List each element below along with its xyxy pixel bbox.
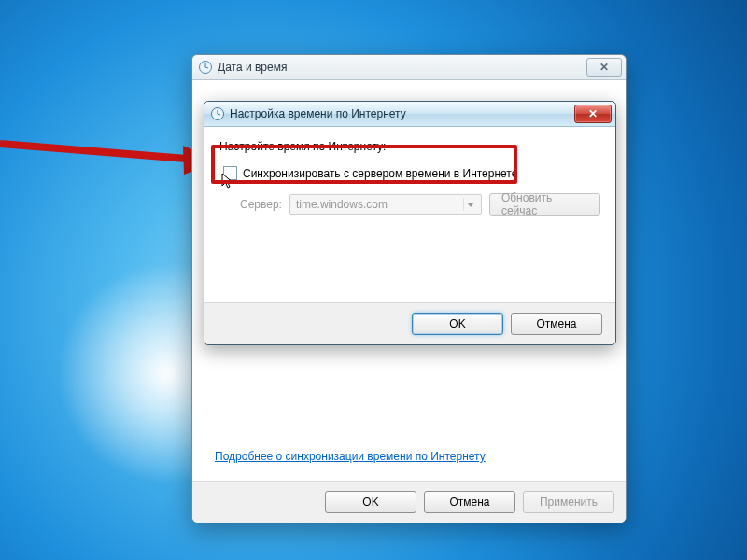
window-title: Дата и время [218,61,586,74]
clock-icon [198,60,213,75]
svg-line-0 [0,144,187,159]
server-label: Сервер: [240,198,282,211]
prompt-text: Настройте время по Интернету: [219,140,600,153]
server-value: time.windows.com [296,198,388,211]
dialog-internet-time-settings: Настройка времени по Интернету ✕ Настрой… [204,101,616,345]
dialog-title: Настройка времени по Интернету [230,107,574,120]
sync-checkbox[interactable] [223,166,237,180]
ok-button[interactable]: OK [325,491,416,513]
server-row: Сервер: time.windows.com Обновить сейчас [219,193,600,216]
server-combobox: time.windows.com [289,194,482,215]
close-button[interactable]: ✕ [574,105,612,123]
desktop-background: Дата и время ✕ Подробнее о синхронизации… [0,0,747,560]
cancel-button[interactable]: Отмена [511,313,602,335]
update-now-button: Обновить сейчас [489,193,600,216]
close-icon: ✕ [599,62,609,73]
cancel-button[interactable]: Отмена [424,491,515,513]
help-link-sync[interactable]: Подробнее о синхронизации времени по Инт… [215,450,486,463]
titlebar-date-and-time[interactable]: Дата и время ✕ [192,55,626,80]
close-button[interactable]: ✕ [586,58,622,77]
dialog-footer: OK Отмена [204,302,615,344]
ok-button[interactable]: OK [412,313,503,335]
sync-checkbox-label: Синхронизировать с сервером времени в Ин… [243,167,517,180]
chevron-down-icon [463,198,477,211]
clock-icon [210,106,225,121]
titlebar-internet-time[interactable]: Настройка времени по Интернету ✕ [204,102,615,127]
dialog-body: Настройте время по Интернету: Синхронизи… [204,127,615,317]
sync-checkbox-row[interactable]: Синхронизировать с сервером времени в Ин… [219,162,600,184]
close-icon: ✕ [588,108,598,119]
annotation-arrow [0,131,224,196]
apply-button: Применить [523,491,614,513]
window-footer: OK Отмена Применить [192,481,626,523]
